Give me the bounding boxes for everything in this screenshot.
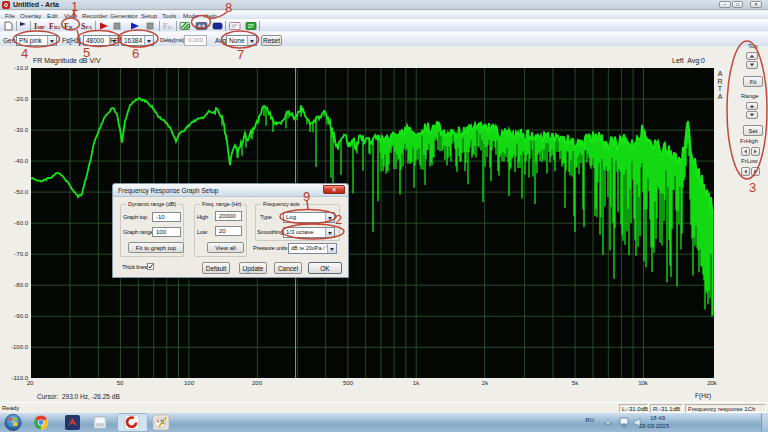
svg-text:8: 8 [225, 0, 232, 15]
svg-text:9: 9 [303, 189, 310, 204]
svg-text:3: 3 [749, 180, 756, 195]
svg-text:5: 5 [83, 45, 90, 60]
svg-text:7: 7 [237, 47, 244, 62]
svg-text:2: 2 [335, 212, 342, 227]
svg-text:1: 1 [71, 0, 78, 14]
svg-text:4: 4 [21, 46, 28, 61]
svg-text:6: 6 [132, 46, 139, 61]
